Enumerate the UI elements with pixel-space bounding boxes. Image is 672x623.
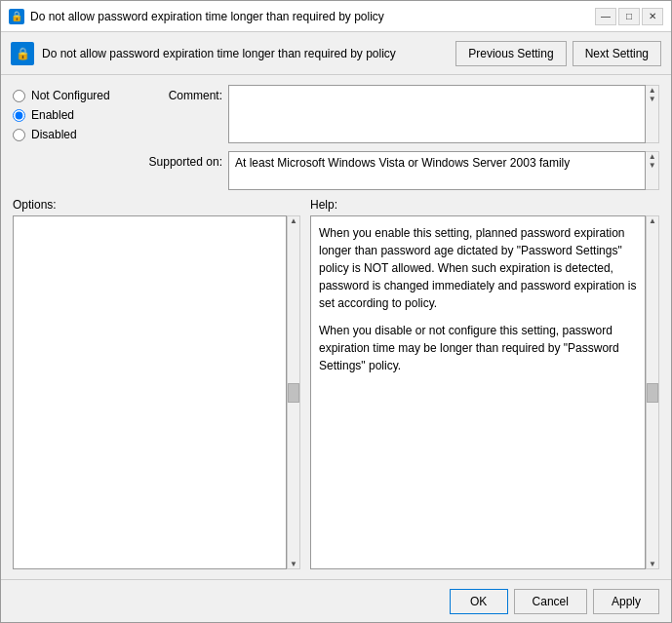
disabled-option[interactable]: Disabled	[13, 128, 125, 141]
help-text: When you enable this setting, planned pa…	[319, 224, 637, 374]
options-scrollbar-thumb[interactable]	[288, 383, 299, 403]
comment-scroll-up[interactable]: ▲	[649, 86, 656, 95]
not-configured-label: Not Configured	[31, 89, 110, 102]
supported-scrollbar[interactable]: ▲ ▼	[646, 151, 659, 190]
nav-buttons: Previous Setting Next Setting	[455, 41, 661, 66]
minimize-button[interactable]: —	[595, 8, 616, 25]
main-content: Not Configured Enabled Disabled Comment:	[1, 75, 671, 579]
help-label: Help:	[310, 198, 659, 212]
options-label: Options:	[13, 198, 300, 212]
header-icon: 🔒	[11, 42, 34, 65]
comment-input[interactable]	[228, 85, 646, 143]
comment-label: Comment:	[135, 85, 222, 102]
help-scroll-up[interactable]: ▲	[649, 216, 656, 225]
help-box: When you enable this setting, planned pa…	[310, 215, 646, 569]
options-scroll-up[interactable]: ▲	[290, 216, 297, 225]
enabled-radio[interactable]	[13, 109, 25, 122]
right-fields: Comment: ▲ ▼ Supported on: At least	[135, 85, 659, 190]
help-column: Help: When you enable this setting, plan…	[310, 198, 659, 569]
supported-scroll-up[interactable]: ▲	[649, 152, 656, 161]
options-box	[13, 215, 287, 569]
next-setting-button[interactable]: Next Setting	[573, 41, 661, 66]
options-scrollbar[interactable]: ▲ ▼	[287, 215, 300, 569]
options-column: Options: ▲ ▼	[13, 198, 300, 569]
close-button[interactable]: ✕	[642, 8, 663, 25]
top-section: Not Configured Enabled Disabled Comment:	[13, 85, 659, 190]
previous-setting-button[interactable]: Previous Setting	[455, 41, 566, 66]
main-window: 🔒 Do not allow password expiration time …	[0, 0, 672, 623]
help-wrapper: When you enable this setting, planned pa…	[310, 215, 659, 569]
header-bar: 🔒 Do not allow password expiration time …	[1, 32, 671, 75]
supported-value-box: At least Microsoft Windows Vista or Wind…	[228, 151, 646, 190]
options-help-section: Options: ▲ ▼ Help: When you enable	[13, 198, 659, 569]
supported-row: Supported on: At least Microsoft Windows…	[135, 151, 659, 190]
comment-field-wrapper: ▲ ▼	[228, 85, 659, 143]
header-title: Do not allow password expiration time lo…	[42, 47, 448, 60]
window-title: Do not allow password expiration time lo…	[30, 10, 589, 23]
supported-text: At least Microsoft Windows Vista or Wind…	[235, 156, 639, 170]
footer: OK Cancel Apply	[1, 579, 671, 622]
help-scrollbar[interactable]: ▲ ▼	[646, 215, 659, 569]
enabled-label: Enabled	[31, 108, 74, 122]
apply-button[interactable]: Apply	[593, 589, 659, 614]
comment-scrollbar[interactable]: ▲ ▼	[646, 85, 659, 143]
supported-label: Supported on:	[135, 151, 222, 169]
help-scroll-down[interactable]: ▼	[649, 560, 656, 568]
title-bar: 🔒 Do not allow password expiration time …	[1, 1, 671, 32]
options-wrapper: ▲ ▼	[13, 215, 300, 569]
supported-scroll-down[interactable]: ▼	[649, 161, 656, 170]
supported-field-wrapper: At least Microsoft Windows Vista or Wind…	[228, 151, 659, 190]
window-controls: — □ ✕	[595, 8, 663, 25]
disabled-label: Disabled	[31, 128, 77, 141]
window-icon: 🔒	[9, 9, 24, 24]
radio-group: Not Configured Enabled Disabled	[13, 85, 125, 190]
ok-button[interactable]: OK	[450, 589, 508, 614]
help-paragraph-1: When you enable this setting, planned pa…	[319, 224, 637, 312]
options-scroll-down[interactable]: ▼	[290, 560, 297, 568]
not-configured-option[interactable]: Not Configured	[13, 89, 125, 102]
maximize-button[interactable]: □	[618, 8, 640, 25]
comment-scroll-down[interactable]: ▼	[649, 95, 656, 103]
help-paragraph-2: When you disable or not configure this s…	[319, 322, 637, 374]
comment-row: Comment: ▲ ▼	[135, 85, 659, 143]
cancel-button[interactable]: Cancel	[514, 589, 587, 614]
disabled-radio[interactable]	[13, 129, 25, 141]
enabled-option[interactable]: Enabled	[13, 108, 125, 122]
not-configured-radio[interactable]	[13, 90, 25, 102]
help-scrollbar-thumb[interactable]	[647, 383, 658, 403]
